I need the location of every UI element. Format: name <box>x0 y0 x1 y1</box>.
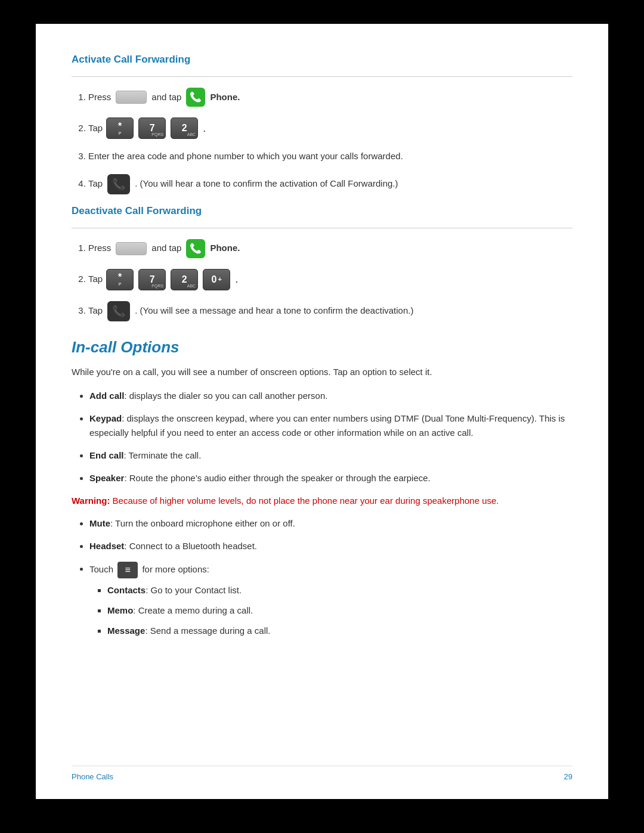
phone-glyph: 📞 <box>112 176 125 192</box>
phone-app-icon <box>186 88 205 107</box>
bullet-end-call: End call: Terminate the call. <box>89 448 572 463</box>
bullet-headset-desc: : Connect to a Bluetooth headset. <box>124 541 257 551</box>
sub-bullet-message-term: Message <box>107 625 145 636</box>
bullet-speaker-desc: : Route the phone’s audio either through… <box>124 473 430 483</box>
star-key-2: * P <box>106 269 134 290</box>
deactivate-step1-suffix: Phone. <box>210 241 240 255</box>
bullet-add-call: Add call: displays the dialer so you can… <box>89 389 572 403</box>
bullet-add-call-desc: : displays the dialer so you can call an… <box>124 391 327 401</box>
footer-right: 29 <box>564 772 572 781</box>
deactivate-step2-prefix: Tap <box>88 272 103 286</box>
bullet-end-call-term: End call <box>89 450 124 460</box>
sub-bullet-memo: Memo: Create a memo during a call. <box>107 603 572 618</box>
deactivate-step3-suffix: . (You will see a message and hear a ton… <box>135 304 413 318</box>
bullet-keypad: Keypad: displays the onscreen keypad, wh… <box>89 411 572 440</box>
deactivate-divider <box>72 228 572 228</box>
zero-key: 0 + <box>203 269 230 290</box>
activate-step4-prefix: Tap <box>88 177 103 191</box>
activate-divider <box>72 76 572 77</box>
two-key-2: 2 ABC <box>171 269 198 290</box>
menu-icon <box>117 562 138 578</box>
bullet-add-call-term: Add call <box>89 391 124 401</box>
bullet-touch-menu: Touch for more options: Contacts: Go to … <box>89 562 572 638</box>
sub-bullet-contacts-term: Contacts <box>107 585 145 595</box>
activate-step1-middle: and tap <box>151 91 181 104</box>
two-key: 2 ABC <box>171 117 198 139</box>
sub-bullet-memo-term: Memo <box>107 605 133 615</box>
warning-paragraph: Warning: Because of higher volume levels… <box>72 494 572 508</box>
touch-prefix: Touch <box>89 563 113 574</box>
home-button-icon <box>116 91 147 104</box>
bullet-speaker: Speaker: Route the phone’s audio either … <box>89 471 572 485</box>
star-key: * P <box>106 117 134 139</box>
incall-bullet-list-1: Add call: displays the dialer so you can… <box>89 389 572 485</box>
home-button-icon-2 <box>116 242 147 255</box>
bullet-keypad-term: Keypad <box>89 413 122 423</box>
bullet-mute: Mute: Turn the onboard microphone either… <box>89 516 572 531</box>
deactivate-heading: Deactivate Call Forwarding <box>72 205 572 217</box>
touch-suffix: for more options: <box>142 563 209 574</box>
bullet-end-call-desc: : Terminate the call. <box>124 450 202 460</box>
phone-app-icon-2 <box>186 239 205 258</box>
send-call-icon-activate: 📞 <box>107 174 130 194</box>
incall-heading: In-call Options <box>72 338 572 357</box>
sub-bullet-memo-desc: : Create a memo during a call. <box>133 605 253 615</box>
sub-bullet-list: Contacts: Go to your Contact list. Memo:… <box>107 583 572 638</box>
bullet-headset: Headset: Connect to a Bluetooth headset. <box>89 539 572 553</box>
deactivate-step3-prefix: Tap <box>88 304 103 318</box>
sub-bullet-message-desc: : Send a message during a call. <box>145 625 270 636</box>
bullet-speaker-term: Speaker <box>89 473 124 483</box>
seven-key-2: 7 PQRS <box>138 269 166 290</box>
activate-heading: Activate Call Forwarding <box>72 54 572 66</box>
activate-step-1: Press and tap Phone. <box>88 88 572 107</box>
deactivate-step-3: Tap 📞 . (You will see a message and hear… <box>88 301 572 321</box>
deactivate-step1-prefix: Press <box>88 241 111 255</box>
activate-step1-suffix: Phone. <box>210 91 240 104</box>
period-after-keys-2: . <box>235 271 238 287</box>
activate-step1-prefix: Press <box>88 91 111 104</box>
activate-step-3: Enter the area code and phone number to … <box>88 150 572 163</box>
incall-intro: While you're on a call, you will see a n… <box>72 365 572 379</box>
activate-steps: Press and tap Phone. Tap * P 7 PQRS <box>88 88 572 194</box>
warning-label: Warning: <box>72 496 110 506</box>
phone-glyph-2: 📞 <box>112 303 125 319</box>
activate-step4-suffix: . (You will hear a tone to confirm the a… <box>135 177 398 191</box>
footer: Phone Calls 29 <box>72 766 572 781</box>
footer-left: Phone Calls <box>72 772 113 781</box>
deactivate-step1-middle: and tap <box>151 241 181 255</box>
bullet-mute-term: Mute <box>89 518 110 528</box>
bullet-mute-desc: : Turn the onboard microphone either on … <box>110 518 295 528</box>
deactivate-step-1: Press and tap Phone. <box>88 239 572 258</box>
bullet-headset-term: Headset <box>89 541 124 551</box>
activate-step2-prefix: Tap <box>88 122 103 135</box>
incall-bullet-list-2: Mute: Turn the onboard microphone either… <box>89 516 572 638</box>
seven-key: 7 PQRS <box>138 117 166 139</box>
page-content: Activate Call Forwarding Press and tap P… <box>36 24 608 799</box>
deactivate-steps: Press and tap Phone. Tap * P 7 PQRS <box>88 239 572 321</box>
sub-bullet-contacts: Contacts: Go to your Contact list. <box>107 583 572 597</box>
warning-text: Because of higher volume levels, do not … <box>110 496 499 506</box>
deactivate-step-2: Tap * P 7 PQRS 2 ABC 0 + <box>88 269 572 290</box>
sub-bullet-contacts-desc: : Go to your Contact list. <box>145 585 242 595</box>
activate-step-4: Tap 📞 . (You will hear a tone to confirm… <box>88 174 572 194</box>
bullet-keypad-desc: : displays the onscreen keypad, where yo… <box>89 413 565 438</box>
send-call-icon-deactivate: 📞 <box>107 301 130 321</box>
activate-step-2: Tap * P 7 PQRS 2 ABC . <box>88 117 572 139</box>
sub-bullet-message: Message: Send a message during a call. <box>107 624 572 638</box>
period-after-keys: . <box>203 120 206 137</box>
